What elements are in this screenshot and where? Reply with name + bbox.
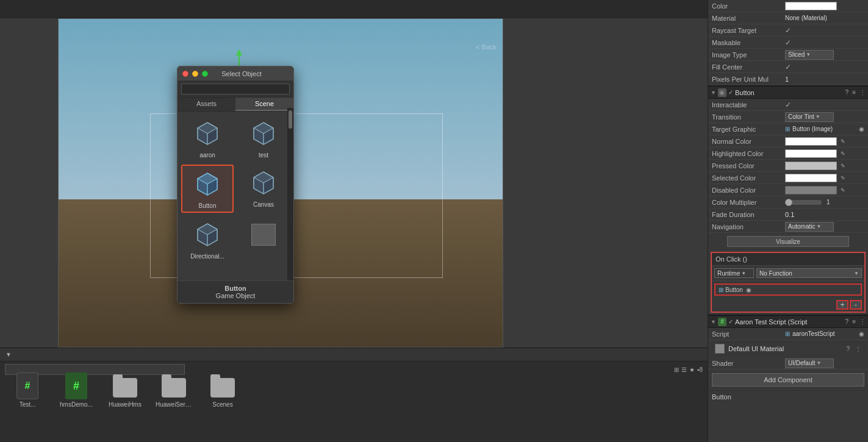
file-items-row: # Test... # hmsDemo... <box>0 366 250 414</box>
inspector-navigation-row: Navigation Automatic ▼ <box>708 221 868 233</box>
dialog-maximize-btn[interactable] <box>202 71 208 77</box>
fillcenter-value[interactable]: ✓ <box>785 63 864 71</box>
add-component-button[interactable]: Add Component <box>712 373 864 387</box>
onclick-controls-row: Runtime ▼ No Function ▼ <box>712 266 864 281</box>
dialog-item-empty[interactable] <box>237 216 290 262</box>
highlightedcolor-swatch[interactable] <box>785 149 837 158</box>
runtime-arrow: ▼ <box>741 271 746 276</box>
script-collapse-arrow[interactable]: ▼ <box>711 319 716 325</box>
file-item-hmsdemo[interactable]: # hmsDemo... <box>58 372 95 408</box>
pixelsperunit-label: Pixels Per Unit Mul <box>712 76 785 83</box>
material-help-icon[interactable]: ? <box>846 346 850 352</box>
transition-dropdown[interactable]: Color Tint ▼ <box>785 112 834 122</box>
maskable-checkmark: ✓ <box>785 38 791 47</box>
dialog-scrollbar[interactable] <box>287 108 293 283</box>
disabledcolor-edit-icon[interactable]: ✎ <box>841 187 845 193</box>
dialog-tab-assets[interactable]: Assets <box>178 98 235 111</box>
inspector-material-row: Material None (Material) <box>708 12 868 24</box>
bottom-icon-3[interactable]: ★ <box>689 366 695 373</box>
button-collapse-arrow[interactable]: ▼ <box>711 90 716 96</box>
normalcolor-edit-icon[interactable]: ✎ <box>841 138 845 144</box>
color-swatch-main[interactable] <box>785 2 837 10</box>
pressedcolor-swatch[interactable] <box>785 162 837 170</box>
imagetype-text: Sliced <box>788 51 805 58</box>
script-menu-icon[interactable]: ⋮ <box>859 318 866 325</box>
selectedcolor-edit-icon[interactable]: ✎ <box>841 175 845 181</box>
color-value <box>785 2 864 10</box>
dialog-item-test[interactable]: test <box>237 115 290 161</box>
bottom-icon-1[interactable]: ⊞ <box>674 366 679 373</box>
button-obj-ref: ⊞ Button ◉ <box>714 283 862 296</box>
normalcolor-swatch[interactable] <box>785 137 837 146</box>
transition-label: Transition <box>712 113 785 121</box>
file-item-huaweihms[interactable]: HuaweiHms <box>107 372 143 408</box>
shader-value: UI/Default ▼ <box>785 358 864 368</box>
navigation-dropdown[interactable]: Automatic ▼ <box>785 222 834 232</box>
dialog-minimize-btn[interactable] <box>192 71 198 77</box>
nofunc-dropdown[interactable]: No Function ▼ <box>756 268 862 278</box>
file-item-scenes[interactable]: Scenes <box>204 372 241 408</box>
button-ref-target-icon[interactable]: ◉ <box>746 287 751 293</box>
button-settings-icon[interactable]: ≡ <box>852 89 856 96</box>
disabledcolor-swatch[interactable] <box>785 186 837 194</box>
script-select-icon[interactable]: ◉ <box>859 330 864 337</box>
pixelsperunit-text: 1 <box>785 76 789 83</box>
bottom-tabs: ▼ <box>0 348 708 362</box>
raycast-label: Raycast Target <box>712 27 785 34</box>
onclick-label: On Click () <box>716 255 747 263</box>
bottom-icon-2[interactable]: ☰ <box>681 366 687 373</box>
maskable-value[interactable]: ✓ <box>785 38 864 47</box>
material-value: None (Material) <box>785 15 864 21</box>
inspector-fadeduration-row: Fade Duration 0.1 <box>708 209 868 221</box>
file-item-huaweiservice[interactable]: HuaweiService <box>156 372 192 408</box>
script-help-icon[interactable]: ? <box>845 318 849 325</box>
file-label-scenes: Scenes <box>212 401 232 408</box>
file-item-test[interactable]: # Test... <box>9 372 46 408</box>
dialog-close-btn[interactable] <box>182 71 188 77</box>
dialog-item-directional[interactable]: Directional... <box>181 216 234 262</box>
inspector-targetgraphic-row: Target Graphic ⊞ Button (Image) ◉ <box>708 123 868 135</box>
inspector-disabledcolor-row: Disabled Color ✎ <box>708 184 868 196</box>
script-settings-icon[interactable]: ≡ <box>852 318 856 325</box>
dialog-titlebar: Select Object <box>178 66 293 81</box>
dialog-item-canvas[interactable]: Canvas <box>237 165 290 213</box>
back-button[interactable]: < Back <box>476 43 497 51</box>
dialog-item-aaron[interactable]: aaron <box>181 115 234 161</box>
pixelsperunit-value: 1 <box>785 76 864 83</box>
dialog-item-button[interactable]: Button <box>181 165 234 213</box>
raycast-value[interactable]: ✓ <box>785 26 864 35</box>
script-label: Script <box>712 330 785 338</box>
dialog-tab-scene[interactable]: Scene <box>235 98 293 111</box>
add-onclick-button[interactable]: + <box>836 300 848 310</box>
inspector-panel: Color Material None (Material) Raycast T… <box>708 0 868 442</box>
multiplier-slider[interactable] <box>785 200 822 205</box>
shader-dropdown[interactable]: UI/Default ▼ <box>785 358 834 368</box>
highlightedcolor-edit-icon[interactable]: ✎ <box>841 151 845 157</box>
interactable-value[interactable]: ✓ <box>785 101 864 109</box>
inspector-raycast-row: Raycast Target ✓ <box>708 24 868 37</box>
select-object-dialog: Select Object Assets Scene aaro <box>177 66 294 304</box>
remove-onclick-button[interactable]: - <box>850 300 862 310</box>
nofunc-arrow: ▼ <box>854 271 859 276</box>
file-icon-hmsdemo: # <box>63 372 90 399</box>
fadeduration-label: Fade Duration <box>712 211 785 218</box>
inspector-shader-row: Shader UI/Default ▼ <box>708 357 868 369</box>
selectedcolor-swatch[interactable] <box>785 174 837 182</box>
runtime-dropdown[interactable]: Runtime ▼ <box>714 268 754 278</box>
navigation-arrow: ▼ <box>816 224 821 229</box>
dialog-search-input[interactable] <box>181 84 290 94</box>
targetgraphic-select-icon[interactable]: ◉ <box>859 126 864 132</box>
button-check[interactable]: ✓ <box>728 89 733 96</box>
inspector-normalcolor-row: Normal Color ✎ <box>708 135 868 148</box>
color-label: Color <box>712 2 785 10</box>
pressedcolor-edit-icon[interactable]: ✎ <box>841 163 845 169</box>
script-check[interactable]: ✓ <box>728 318 733 325</box>
cube-icon-directional <box>192 219 223 251</box>
disabledcolor-label: Disabled Color <box>712 187 785 194</box>
file-icon-huaweihms <box>112 372 138 399</box>
visualize-button[interactable]: Visualize <box>727 236 849 247</box>
imagetype-dropdown[interactable]: Sliced ▼ <box>785 50 834 60</box>
button-menu-icon[interactable]: ⋮ <box>859 89 866 96</box>
button-help-icon[interactable]: ? <box>845 89 849 96</box>
material-menu-icon[interactable]: ⋮ <box>855 346 861 352</box>
